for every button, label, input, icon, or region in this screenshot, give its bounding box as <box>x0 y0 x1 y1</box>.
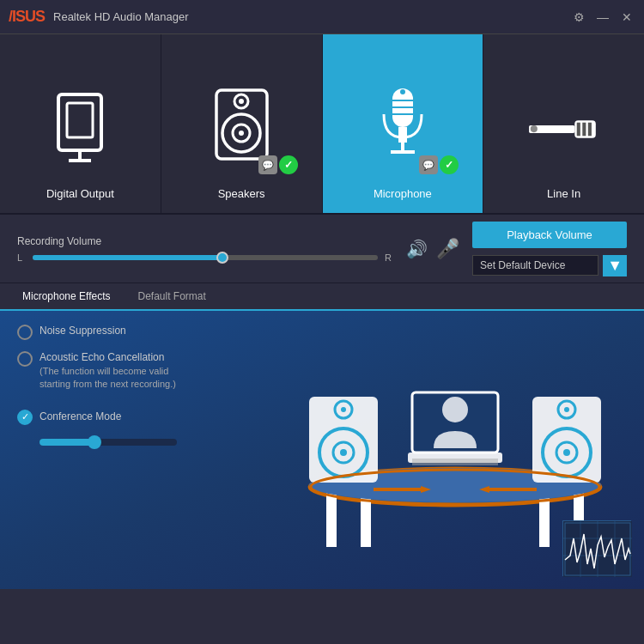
svg-point-17 <box>400 89 405 94</box>
minimize-button[interactable]: — <box>594 10 611 24</box>
mic-check-badge: ✓ <box>440 155 459 174</box>
acoustic-echo-checkbox[interactable] <box>17 351 33 367</box>
conference-slider-fill <box>39 439 94 446</box>
svg-point-39 <box>563 449 570 456</box>
acoustic-echo-label: Acoustic Echo Cancellation <box>39 350 176 365</box>
conference-mode-row: ✓ Conference Mode <box>17 409 121 425</box>
svg-rect-1 <box>67 103 93 137</box>
acoustic-echo-sub: (The function will become validstarting … <box>39 365 176 392</box>
conference-mode-checkbox[interactable]: ✓ <box>17 410 33 425</box>
close-button[interactable]: ✕ <box>618 10 635 24</box>
conference-slider-thumb[interactable] <box>88 435 101 449</box>
conference-mode-label: Conference Mode <box>39 410 121 422</box>
svg-rect-20 <box>576 122 580 136</box>
svg-rect-22 <box>587 122 591 136</box>
svg-point-23 <box>530 125 537 132</box>
main-content: Digital Output 💬 ✓ Speakers <box>0 34 644 644</box>
default-device-row: Set Default Device ▼ <box>472 255 627 276</box>
conference-mode-slider[interactable] <box>39 439 177 446</box>
svg-rect-45 <box>412 459 498 465</box>
waveform-display <box>562 520 631 576</box>
microphone-label: Microphone <box>374 187 432 200</box>
svg-point-41 <box>564 407 569 412</box>
tab-speakers[interactable]: 💬 ✓ Speakers <box>161 34 323 213</box>
acoustic-echo-text: Acoustic Echo Cancellation (The function… <box>39 350 176 392</box>
tab-default-format[interactable]: Default Format <box>125 283 220 309</box>
tab-line-in[interactable]: Line In <box>483 34 644 213</box>
line-in-label: Line In <box>547 187 580 200</box>
speaker-vol-icon[interactable]: 🔊 <box>406 239 428 259</box>
mic-chat-badge: 💬 <box>419 155 438 174</box>
l-label: L <box>17 252 26 263</box>
speakers-badge: 💬 ✓ <box>258 155 298 174</box>
volume-icons: 🔊 🎤 <box>406 238 459 260</box>
svg-point-7 <box>239 131 244 136</box>
recording-volume-area: Recording Volume L R <box>17 235 393 263</box>
volume-slider-thumb[interactable] <box>216 252 228 264</box>
recording-volume-label: Recording Volume <box>17 235 393 247</box>
volume-right-controls: Playback Volume Set Default Device ▼ <box>472 222 627 276</box>
asus-logo: /ISUS <box>9 8 45 26</box>
default-device-select[interactable]: Set Default Device <box>472 255 598 276</box>
line-in-icon <box>526 77 603 180</box>
volume-slider-row: L R <box>17 252 393 263</box>
volume-slider-track[interactable] <box>33 255 378 260</box>
digital-output-label: Digital Output <box>46 187 114 200</box>
volume-section: Recording Volume L R 🔊 🎤 Playback Volume… <box>0 215 644 283</box>
check-badge: ✓ <box>279 155 298 174</box>
noise-suppression-label: Noise Suppression <box>39 325 126 337</box>
effects-panel: Noise Suppression Acoustic Echo Cancella… <box>0 311 644 589</box>
r-label: R <box>385 252 393 263</box>
speakers-label: Speakers <box>218 187 265 200</box>
settings-button[interactable]: ⚙ <box>570 10 587 24</box>
dropdown-arrow-icon[interactable]: ▼ <box>603 255 627 276</box>
noise-suppression-text: Noise Suppression <box>39 324 126 338</box>
playback-volume-button[interactable]: Playback Volume <box>472 222 627 248</box>
device-tabs: Digital Output 💬 ✓ Speakers <box>0 34 644 215</box>
digital-output-icon <box>41 77 118 180</box>
volume-slider-fill <box>33 255 222 260</box>
tab-digital-output[interactable]: Digital Output <box>0 34 161 213</box>
tab-microphone[interactable]: 💬 ✓ Microphone <box>323 34 484 213</box>
svg-point-35 <box>341 407 346 412</box>
microphone-badge: 💬 ✓ <box>419 155 459 174</box>
svg-point-9 <box>239 99 244 104</box>
svg-rect-21 <box>582 122 586 136</box>
svg-point-33 <box>340 449 347 456</box>
mic-vol-icon[interactable]: 🎤 <box>436 238 459 260</box>
noise-suppression-checkbox[interactable] <box>17 325 33 340</box>
svg-point-43 <box>442 397 468 422</box>
tab-microphone-effects[interactable]: Microphone Effects <box>9 283 125 311</box>
effect-tabs: Microphone Effects Default Format <box>0 283 644 311</box>
app-title: Realtek HD Audio Manager <box>53 10 570 23</box>
chat-badge: 💬 <box>258 155 277 174</box>
title-bar: /ISUS Realtek HD Audio Manager ⚙ — ✕ <box>0 0 644 34</box>
window-controls: ⚙ — ✕ <box>570 10 635 24</box>
